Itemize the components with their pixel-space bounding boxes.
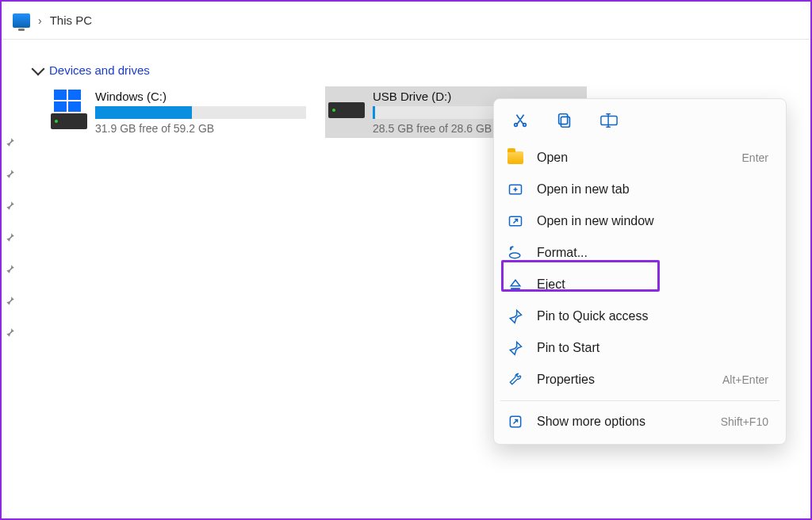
menu-properties[interactable]: Properties Alt+Enter [494,364,786,396]
pin-icon [5,168,16,179]
pin-icon [5,295,16,306]
context-menu: Open Enter Open in new tab Open in new w… [493,98,787,445]
windows-logo-icon [54,90,81,112]
address-bar[interactable]: › This PC [2,2,810,40]
cut-icon[interactable] [510,110,530,131]
pin-icon [507,339,524,357]
quick-access-pins [5,136,16,338]
devices-and-drives-header[interactable]: Devices and drives [2,40,810,83]
storage-bar [95,106,306,119]
menu-format[interactable]: Format... [494,237,786,269]
format-icon [507,244,524,262]
drive-name: Windows (C:) [95,90,306,103]
svg-rect-5 [511,288,520,289]
svg-rect-1 [559,114,568,124]
menu-open-new-window[interactable]: Open in new window [494,205,786,237]
svg-rect-0 [561,117,569,127]
context-menu-quickactions [494,107,786,142]
disk-icon [328,102,365,118]
folder-icon [507,149,524,166]
pin-icon [5,263,16,274]
newtab-icon [507,181,524,198]
pin-icon [5,200,16,211]
newwindow-icon [507,212,524,230]
pin-icon [507,308,524,325]
drive-icon [328,90,365,118]
breadcrumb-location[interactable]: This PC [50,13,92,27]
svg-rect-2 [601,117,617,125]
menu-open-new-tab[interactable]: Open in new tab [494,174,786,205]
section-title: Devices and drives [49,63,150,77]
chevron-down-icon [32,62,45,75]
pin-icon [5,327,16,338]
this-pc-icon [13,13,30,28]
menu-open[interactable]: Open Enter [494,142,786,174]
drive-freespace: 31.9 GB free of 59.2 GB [95,122,306,135]
eject-icon [507,276,524,293]
pin-icon [5,231,16,243]
more-options-icon [507,413,524,430]
menu-eject[interactable]: Eject [494,269,786,300]
menu-separator [500,400,779,401]
pin-icon [5,136,16,147]
wrench-icon [507,371,524,388]
menu-show-more-options[interactable]: Show more options Shift+F10 [494,406,786,438]
menu-pin-start[interactable]: Pin to Start [494,332,786,364]
rename-icon[interactable] [599,110,619,131]
drive-icon [51,90,87,129]
disk-icon [51,113,87,129]
drive-c[interactable]: Windows (C:) 31.9 GB free of 59.2 GB [48,86,309,138]
chevron-right-icon: › [38,14,42,27]
copy-icon[interactable] [554,110,575,131]
menu-pin-quick-access[interactable]: Pin to Quick access [494,300,786,332]
